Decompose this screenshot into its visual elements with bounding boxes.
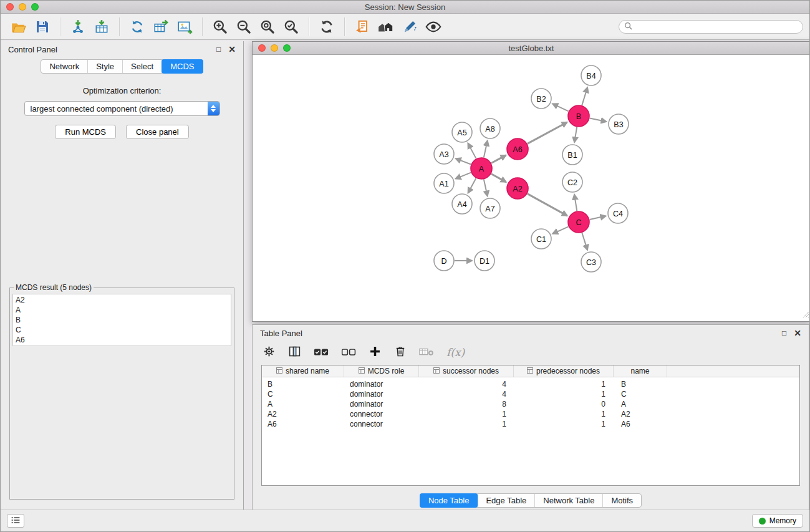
optimization-criterion-dropdown[interactable]: largest connected component (directed)	[24, 101, 220, 116]
zoom-fit-button[interactable]	[256, 16, 279, 38]
mcds-result-item[interactable]: A6	[16, 335, 228, 345]
export-image-button[interactable]	[173, 16, 196, 38]
column-header-mcds-role[interactable]: MCDS role	[344, 365, 419, 377]
tab-select[interactable]: Select	[123, 60, 162, 73]
resize-handle-icon[interactable]	[802, 309, 809, 321]
graph-node-A2[interactable]: A2	[507, 178, 528, 199]
graph-node-A4[interactable]: A4	[452, 194, 472, 214]
close-panel-icon[interactable]: ✕	[228, 46, 236, 53]
zoom-out-button[interactable]	[232, 16, 256, 38]
minimize-window-button[interactable]	[19, 3, 26, 11]
network-canvas[interactable]: B4B2BB3A5A8A6A3B1AC2A1A2A4A7C4CC1C3DD1	[253, 55, 810, 321]
export-network-button[interactable]	[125, 16, 149, 38]
graph-edge-C-C2[interactable]	[574, 195, 577, 211]
graph-edge-C-C1[interactable]	[552, 226, 568, 233]
network-minimize-button[interactable]	[271, 44, 278, 52]
column-header-predecessor-nodes[interactable]: predecessor nodes	[514, 365, 614, 377]
graph-node-A[interactable]: A	[471, 158, 492, 179]
mcds-result-item[interactable]: C	[16, 325, 228, 335]
zoom-selected-button[interactable]	[279, 16, 303, 38]
tab-style[interactable]: Style	[88, 60, 123, 73]
eye-button[interactable]	[422, 16, 445, 38]
unselect-all-columns-button[interactable]	[341, 346, 356, 359]
graph-edge-A-A7[interactable]	[484, 180, 488, 196]
zoom-window-button[interactable]	[31, 3, 39, 11]
graph-node-B1[interactable]: B1	[562, 145, 582, 165]
graph-edge-B-B2[interactable]	[552, 104, 569, 111]
table-row[interactable]: A2connector11A2	[262, 409, 799, 419]
export-table-button[interactable]	[149, 16, 173, 38]
tab-motifs[interactable]: Motifs	[603, 494, 641, 507]
graph-edge-C-C3[interactable]	[582, 233, 587, 250]
graph-node-C1[interactable]: C1	[531, 229, 551, 249]
network-close-button[interactable]	[258, 44, 266, 52]
graph-node-C4[interactable]: C4	[608, 203, 628, 223]
tab-edge-table[interactable]: Edge Table	[478, 494, 535, 507]
table-row[interactable]: Bdominator41B	[262, 379, 799, 389]
close-table-panel-icon[interactable]: ✕	[794, 329, 801, 337]
graph-edge-A6-B[interactable]	[528, 122, 567, 143]
graph-node-B2[interactable]: B2	[531, 89, 551, 109]
select-all-columns-button[interactable]	[314, 346, 329, 359]
save-session-button[interactable]	[31, 16, 54, 38]
graph-edge-A-A6[interactable]	[491, 155, 506, 163]
column-header-shared-name[interactable]: shared name	[262, 365, 344, 377]
style-brush-button[interactable]	[398, 16, 422, 38]
graph-node-B[interactable]: B	[568, 105, 589, 127]
graph-edge-C-C4[interactable]	[590, 216, 606, 220]
create-column-button[interactable]	[369, 345, 382, 360]
graph-node-C2[interactable]: C2	[562, 172, 582, 192]
import-table-button[interactable]	[90, 16, 113, 38]
network-zoom-button[interactable]	[283, 44, 291, 52]
import-network-button[interactable]	[66, 16, 90, 38]
column-header-name[interactable]: name	[614, 365, 667, 377]
table-settings-button[interactable]	[263, 345, 276, 360]
graph-edge-A-A3[interactable]	[456, 158, 471, 164]
graph-node-A6[interactable]: A6	[507, 138, 528, 160]
delete-column-button[interactable]	[394, 345, 407, 360]
graph-edge-A-A5[interactable]	[468, 143, 476, 158]
graph-edge-B-B3[interactable]	[590, 118, 607, 122]
mcds-result-item[interactable]: B	[16, 315, 228, 325]
tab-node-table[interactable]: Node Table	[420, 493, 479, 508]
graph-edge-A-A1[interactable]	[456, 173, 471, 179]
memory-button[interactable]: Memory	[752, 514, 803, 528]
graph-edge-B-B1[interactable]	[574, 127, 577, 142]
home-button[interactable]	[374, 16, 398, 38]
insert-column-button[interactable]	[288, 345, 301, 360]
graph-edge-B-B4[interactable]	[582, 87, 587, 105]
search-input[interactable]	[635, 22, 798, 31]
graph-node-B4[interactable]: B4	[581, 65, 601, 85]
graph-edge-A-A2[interactable]	[491, 174, 506, 182]
run-mcds-button[interactable]: Run MCDS	[55, 125, 116, 139]
delete-table-button[interactable]	[419, 346, 434, 359]
graph-edge-A-A8[interactable]	[484, 141, 488, 158]
table-row[interactable]: Adominator80A	[262, 399, 799, 409]
refresh-button[interactable]	[315, 16, 339, 38]
network-snapshot-button[interactable]	[350, 16, 374, 38]
function-builder-button[interactable]: f(x)	[446, 346, 465, 359]
graph-node-B3[interactable]: B3	[609, 114, 629, 134]
task-history-button[interactable]	[7, 514, 24, 528]
graph-edge-A2-C[interactable]	[528, 194, 567, 216]
graph-node-D1[interactable]: D1	[475, 251, 494, 271]
tab-network-table[interactable]: Network Table	[535, 494, 603, 507]
mcds-result-item[interactable]: A	[16, 305, 228, 315]
graph-node-A7[interactable]: A7	[480, 198, 500, 218]
graph-node-A5[interactable]: A5	[452, 122, 472, 142]
graph-node-A1[interactable]: A1	[434, 173, 454, 193]
tab-network[interactable]: Network	[41, 60, 88, 73]
graph-node-A8[interactable]: A8	[480, 118, 500, 138]
zoom-in-button[interactable]	[208, 16, 232, 38]
close-window-button[interactable]	[6, 3, 14, 11]
search-field[interactable]	[619, 20, 803, 34]
table-row[interactable]: A6connector11A6	[262, 419, 799, 429]
graph-node-D[interactable]: D	[434, 251, 454, 271]
graph-node-C[interactable]: C	[568, 211, 589, 233]
open-session-button[interactable]	[7, 16, 31, 38]
column-header-successor-nodes[interactable]: successor nodes	[419, 365, 514, 377]
mcds-result-item[interactable]: A2	[16, 295, 228, 305]
graph-edge-A-A4[interactable]	[468, 178, 476, 193]
tab-mcds[interactable]: MCDS	[162, 59, 203, 74]
graph-node-C3[interactable]: C3	[581, 252, 601, 272]
